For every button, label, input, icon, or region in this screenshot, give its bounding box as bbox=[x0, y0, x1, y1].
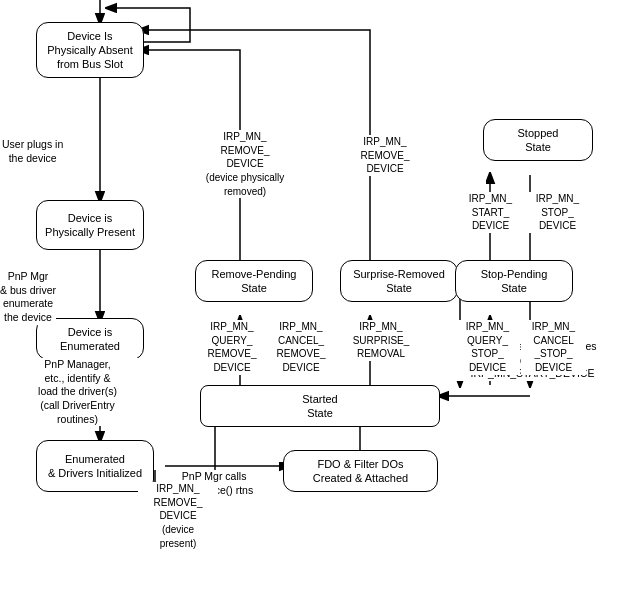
node-drivers-init-label: Enumerated & Drivers Initialized bbox=[48, 452, 142, 481]
label-pnp-load: PnP Manager, etc., identify & load the d… bbox=[0, 358, 155, 426]
node-fdo-label: FDO & Filter DOs Created & Attached bbox=[313, 457, 408, 486]
node-present-label: Device is Physically Present bbox=[45, 211, 135, 240]
node-remove-pending: Remove-Pending State bbox=[195, 260, 313, 302]
label-irp-start: IRP_MN_ START_ DEVICE bbox=[458, 192, 523, 233]
label-pnp-enumerate: PnP Mgr & bus driver enumerate the devic… bbox=[0, 270, 56, 325]
label-user-plugs: User plugs in the device bbox=[2, 138, 63, 165]
label-irp-query-remove: IRP_MN_ QUERY_ REMOVE_ DEVICE bbox=[196, 320, 268, 375]
node-started: Started State bbox=[200, 385, 440, 427]
node-absent: Device Is Physically Absent from Bus Slo… bbox=[36, 22, 144, 78]
label-irp-remove-physical: IRP_MN_ REMOVE_ DEVICE (device physicall… bbox=[200, 130, 290, 198]
label-irp-remove-present: IRP_MN_ REMOVE_ DEVICE (device present) bbox=[138, 482, 218, 550]
label-irp-cancel-stop: IRP_MN_ CANCEL _STOP_ DEVICE bbox=[521, 320, 586, 375]
node-drivers-init: Enumerated & Drivers Initialized bbox=[36, 440, 154, 492]
node-started-label: Started State bbox=[302, 392, 337, 421]
label-irp-query-stop: IRP_MN_ QUERY_ STOP_ DEVICE bbox=[455, 320, 520, 375]
node-enumerated-label: Device is Enumerated bbox=[60, 325, 120, 354]
label-irp-surprise: IRP_MN_ SURPRISE_ REMOVAL bbox=[342, 320, 420, 361]
label-irp-stop: IRP_MN_ STOP_ DEVICE bbox=[525, 192, 590, 233]
node-remove-pending-label: Remove-Pending State bbox=[212, 267, 297, 296]
label-irp-remove2: IRP_MN_ REMOVE_ DEVICE bbox=[345, 135, 425, 176]
node-stopped: Stopped State bbox=[483, 119, 593, 161]
node-surprise-removed-label: Surprise-Removed State bbox=[353, 267, 445, 296]
node-absent-label: Device Is Physically Absent from Bus Slo… bbox=[47, 29, 133, 72]
node-present: Device is Physically Present bbox=[36, 200, 144, 250]
node-surprise-removed: Surprise-Removed State bbox=[340, 260, 458, 302]
node-fdo: FDO & Filter DOs Created & Attached bbox=[283, 450, 438, 492]
node-stop-pending: Stop-Pending State bbox=[455, 260, 573, 302]
node-stopped-label: Stopped State bbox=[518, 126, 559, 155]
node-stop-pending-label: Stop-Pending State bbox=[481, 267, 548, 296]
label-irp-cancel-remove: IRP_MN_ CANCEL_ REMOVE_ DEVICE bbox=[264, 320, 338, 375]
